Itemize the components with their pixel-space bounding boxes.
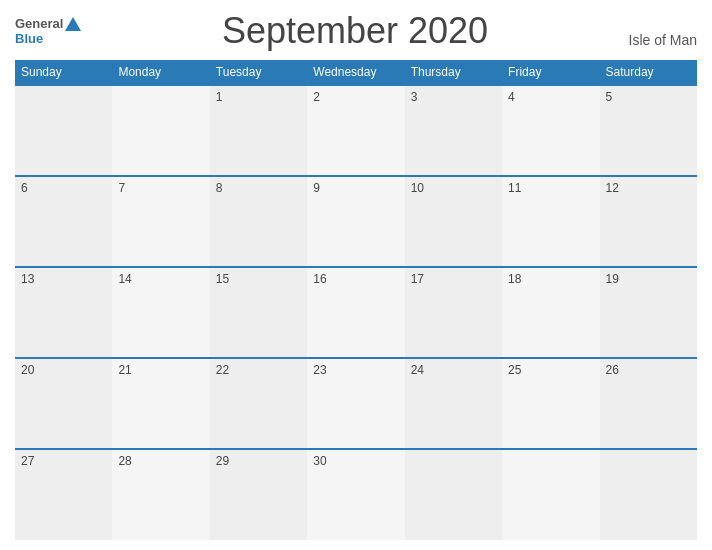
day-number: 23 xyxy=(313,363,398,377)
calendar-day-cell: 30 xyxy=(307,449,404,540)
calendar-day-cell xyxy=(15,85,112,176)
calendar-day-cell: 2 xyxy=(307,85,404,176)
calendar-day-cell: 24 xyxy=(405,358,502,449)
day-number: 6 xyxy=(21,181,106,195)
calendar-day-cell: 22 xyxy=(210,358,307,449)
day-number: 4 xyxy=(508,90,593,104)
calendar-day-cell: 4 xyxy=(502,85,599,176)
header-thursday: Thursday xyxy=(405,60,502,85)
calendar-day-cell: 9 xyxy=(307,176,404,267)
day-number: 28 xyxy=(118,454,203,468)
calendar-week-row: 12345 xyxy=(15,85,697,176)
calendar-day-cell: 7 xyxy=(112,176,209,267)
calendar-day-cell: 18 xyxy=(502,267,599,358)
calendar-table: Sunday Monday Tuesday Wednesday Thursday… xyxy=(15,60,697,540)
day-number: 1 xyxy=(216,90,301,104)
day-number: 5 xyxy=(606,90,691,104)
calendar-header: General Blue September 2020 Isle of Man xyxy=(15,10,697,52)
calendar-day-cell: 12 xyxy=(600,176,697,267)
logo-triangle-icon xyxy=(65,17,81,31)
day-number: 26 xyxy=(606,363,691,377)
calendar-day-cell: 3 xyxy=(405,85,502,176)
header-friday: Friday xyxy=(502,60,599,85)
day-number: 10 xyxy=(411,181,496,195)
calendar-day-cell: 21 xyxy=(112,358,209,449)
calendar-day-cell: 5 xyxy=(600,85,697,176)
calendar-day-cell: 16 xyxy=(307,267,404,358)
calendar-title: September 2020 xyxy=(81,10,628,52)
calendar-week-row: 6789101112 xyxy=(15,176,697,267)
header-wednesday: Wednesday xyxy=(307,60,404,85)
calendar-day-cell: 28 xyxy=(112,449,209,540)
header-sunday: Sunday xyxy=(15,60,112,85)
day-number: 13 xyxy=(21,272,106,286)
calendar-day-cell: 25 xyxy=(502,358,599,449)
calendar-day-cell: 19 xyxy=(600,267,697,358)
calendar-day-cell: 1 xyxy=(210,85,307,176)
calendar-day-cell xyxy=(600,449,697,540)
calendar-day-cell: 20 xyxy=(15,358,112,449)
day-number: 30 xyxy=(313,454,398,468)
day-number: 14 xyxy=(118,272,203,286)
day-number: 12 xyxy=(606,181,691,195)
calendar-day-cell xyxy=(112,85,209,176)
day-number: 20 xyxy=(21,363,106,377)
day-number: 11 xyxy=(508,181,593,195)
calendar-day-cell: 17 xyxy=(405,267,502,358)
day-number: 9 xyxy=(313,181,398,195)
calendar-day-cell: 26 xyxy=(600,358,697,449)
day-number: 2 xyxy=(313,90,398,104)
calendar-day-cell xyxy=(405,449,502,540)
day-number: 27 xyxy=(21,454,106,468)
logo-general-text: General xyxy=(15,16,63,31)
calendar-day-cell: 11 xyxy=(502,176,599,267)
calendar-day-cell: 6 xyxy=(15,176,112,267)
logo-blue-text: Blue xyxy=(15,31,43,46)
weekday-header-row: Sunday Monday Tuesday Wednesday Thursday… xyxy=(15,60,697,85)
region-label: Isle of Man xyxy=(629,32,697,52)
day-number: 19 xyxy=(606,272,691,286)
calendar-week-row: 13141516171819 xyxy=(15,267,697,358)
day-number: 17 xyxy=(411,272,496,286)
calendar-day-cell: 27 xyxy=(15,449,112,540)
calendar-day-cell: 15 xyxy=(210,267,307,358)
header-monday: Monday xyxy=(112,60,209,85)
day-number: 3 xyxy=(411,90,496,104)
header-saturday: Saturday xyxy=(600,60,697,85)
calendar-body: 1234567891011121314151617181920212223242… xyxy=(15,85,697,540)
calendar-day-cell: 8 xyxy=(210,176,307,267)
logo: General Blue xyxy=(15,16,81,46)
calendar-day-cell xyxy=(502,449,599,540)
day-number: 25 xyxy=(508,363,593,377)
day-number: 21 xyxy=(118,363,203,377)
calendar-week-row: 20212223242526 xyxy=(15,358,697,449)
calendar-day-cell: 10 xyxy=(405,176,502,267)
calendar-day-cell: 29 xyxy=(210,449,307,540)
day-number: 24 xyxy=(411,363,496,377)
calendar-day-cell: 23 xyxy=(307,358,404,449)
header-tuesday: Tuesday xyxy=(210,60,307,85)
day-number: 7 xyxy=(118,181,203,195)
day-number: 8 xyxy=(216,181,301,195)
calendar-week-row: 27282930 xyxy=(15,449,697,540)
calendar-day-cell: 14 xyxy=(112,267,209,358)
calendar-container: General Blue September 2020 Isle of Man … xyxy=(0,0,712,550)
day-number: 15 xyxy=(216,272,301,286)
day-number: 18 xyxy=(508,272,593,286)
calendar-day-cell: 13 xyxy=(15,267,112,358)
day-number: 22 xyxy=(216,363,301,377)
day-number: 16 xyxy=(313,272,398,286)
day-number: 29 xyxy=(216,454,301,468)
